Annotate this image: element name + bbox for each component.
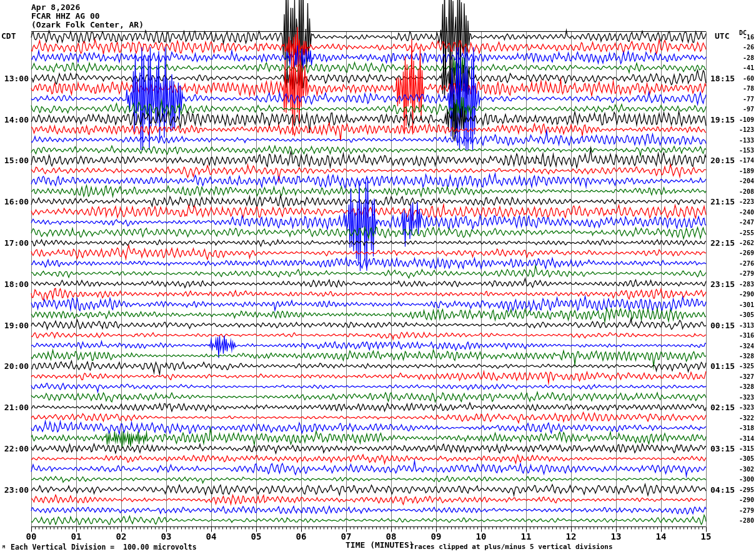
left-time-label: 17:00 xyxy=(0,238,29,248)
left-time-label: 20:00 xyxy=(0,361,29,371)
dc-offset-value: -325 xyxy=(724,363,754,370)
dc-offset-value: -280 xyxy=(724,517,754,524)
left-time-label: 18:00 xyxy=(0,280,29,289)
dc-offset-value: -305 xyxy=(724,455,754,462)
dc-offset-value: -269 xyxy=(724,249,754,256)
dc-offset-value: -26 xyxy=(724,44,754,51)
dc-offset-value: -290 xyxy=(724,496,754,503)
x-axis-tick-label: 13 xyxy=(604,531,629,541)
dc-offset-value: -279 xyxy=(724,507,754,514)
dc-offset-value: -60 xyxy=(724,75,754,82)
x-axis-tick-label: 12 xyxy=(559,531,584,541)
dc-offset-value: -327 xyxy=(724,373,754,380)
dc-offset-value: -223 xyxy=(724,198,754,205)
x-axis-tick-label: 15 xyxy=(694,531,719,541)
header-location: (Ozark Folk Center, AR) xyxy=(31,21,144,29)
corner-mark: M xyxy=(2,545,5,550)
dc-offset-value: -328 xyxy=(724,383,754,390)
dc-offset-value: -174 xyxy=(724,157,754,164)
footer-scale-note: Each Vertical Division = 100.00 microvol… xyxy=(11,543,197,551)
dc-offset-value: -318 xyxy=(724,425,754,431)
dc-offset-value: -323 xyxy=(724,404,754,411)
x-axis-tick-label: 06 xyxy=(289,531,314,541)
dc-offset-value: -133 xyxy=(724,137,754,144)
x-axis-tick-label: 04 xyxy=(199,531,224,541)
header-station: FCAR HHZ AG 00 xyxy=(31,12,100,21)
left-time-label: 19:00 xyxy=(0,321,29,330)
dc-offset-value: -328 xyxy=(724,353,754,360)
dc-offset-value: -28 xyxy=(724,54,754,61)
footer-clip-note: Traces clipped at plus/minus 5 vertical … xyxy=(410,543,613,551)
x-axis-tick-label: 02 xyxy=(109,531,134,541)
dc-offset-value: -313 xyxy=(724,322,754,329)
header-date: Apr 8,2026 xyxy=(31,3,80,12)
timezone-left-label: CDT xyxy=(1,31,16,41)
dc-offset-value: -315 xyxy=(724,445,754,452)
left-time-label: 21:00 xyxy=(0,403,29,412)
dc-offset-value: -247 xyxy=(724,219,754,226)
left-time-label: 23:00 xyxy=(0,485,29,495)
dc-offset-value: -123 xyxy=(724,126,754,133)
left-time-label: 15:00 xyxy=(0,156,29,165)
dc-offset-value: -109 xyxy=(724,116,754,123)
dc-offset-value: -300 xyxy=(724,476,754,483)
dc-offset-value: -314 xyxy=(724,435,754,442)
left-time-label: 13:00 xyxy=(0,74,29,83)
dc-offset-value: -204 xyxy=(724,178,754,184)
dc-offset-value: -240 xyxy=(724,209,754,216)
dc-offset-value: -276 xyxy=(724,260,754,267)
dc-offset-value: -78 xyxy=(724,85,754,92)
x-axis-tick-label: 03 xyxy=(154,531,179,541)
dc-offset-value: -322 xyxy=(724,415,754,421)
x-axis-tick-label: 09 xyxy=(424,531,449,541)
dc-offset-value: -262 xyxy=(724,239,754,246)
x-axis-tick-label: 11 xyxy=(514,531,539,541)
left-time-label: 22:00 xyxy=(0,444,29,453)
x-axis-tick-label: 14 xyxy=(649,531,674,541)
seismogram-canvas xyxy=(0,0,756,554)
x-axis-tick-label: 05 xyxy=(244,531,269,541)
dc-offset-value: -16 xyxy=(724,34,754,41)
dc-offset-value: -255 xyxy=(724,229,754,236)
dc-offset-value: -302 xyxy=(724,466,754,473)
dc-offset-value: -279 xyxy=(724,270,754,277)
dc-offset-value: -153 xyxy=(724,147,754,154)
dc-offset-value: -316 xyxy=(724,332,754,339)
dc-offset-value: -189 xyxy=(724,168,754,174)
dc-offset-value: -41 xyxy=(724,64,754,71)
helicorder-page: Apr 8,2026 FCAR HHZ AG 00 (Ozark Folk Ce… xyxy=(0,0,756,554)
x-axis-tick-label: 10 xyxy=(469,531,494,541)
dc-offset-value: -290 xyxy=(724,291,754,298)
left-time-label: 16:00 xyxy=(0,197,29,206)
dc-offset-value: -324 xyxy=(724,343,754,350)
dc-offset-value: -283 xyxy=(724,281,754,288)
dc-offset-value: -97 xyxy=(724,106,754,113)
x-axis-title: TIME (MINUTES) xyxy=(346,540,414,550)
dc-offset-value: -208 xyxy=(724,188,754,195)
dc-offset-value: -305 xyxy=(724,311,754,318)
left-time-label: 14:00 xyxy=(0,115,29,124)
dc-offset-value: -295 xyxy=(724,486,754,493)
dc-offset-value: -323 xyxy=(724,394,754,401)
x-axis-tick-label: 00 xyxy=(19,531,44,541)
dc-offset-value: -77 xyxy=(724,96,754,103)
x-axis-tick-label: 01 xyxy=(64,531,89,541)
dc-offset-value: -301 xyxy=(724,301,754,308)
